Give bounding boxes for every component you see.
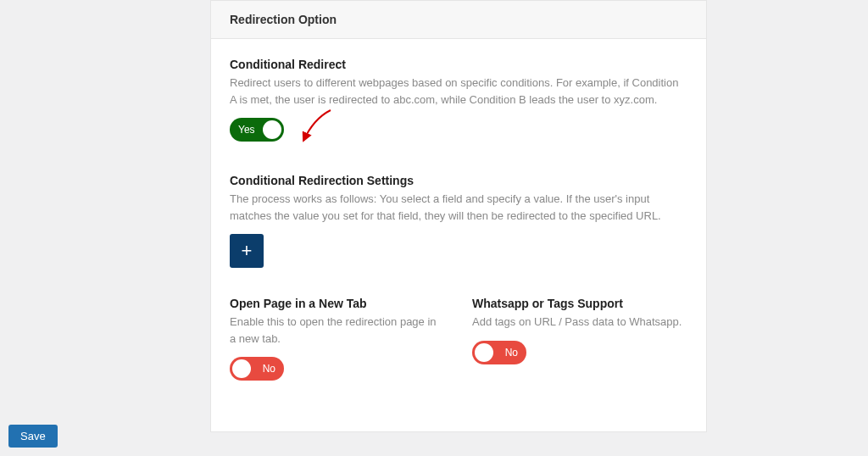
setting-title: Conditional Redirection Settings: [230, 174, 687, 187]
setting-title: Open Page in a New Tab: [230, 297, 445, 310]
setting-desc: Add tags on URL / Pass data to Whatsapp.: [472, 314, 687, 331]
setting-conditional-redirect: Conditional Redirect Redirect users to d…: [230, 58, 687, 145]
save-button-label: Save: [20, 430, 46, 442]
toggle-open-new-tab[interactable]: No: [230, 357, 284, 381]
toggle-whatsapp-tags[interactable]: No: [472, 341, 526, 364]
plus-icon: +: [242, 240, 253, 262]
setting-title: Whatsapp or Tags Support: [472, 297, 687, 310]
section-title: Redirection Option: [230, 13, 337, 26]
setting-desc: Redirect users to different webpages bas…: [230, 75, 687, 108]
setting-title: Conditional Redirect: [230, 58, 687, 71]
setting-desc: Enable this to open the redirection page…: [230, 314, 445, 347]
setting-desc: The process works as follows: You select…: [230, 191, 687, 224]
settings-panel: Redirection Option Conditional Redirect …: [210, 0, 707, 432]
toggle-knob: [475, 343, 493, 362]
toggle-label: Yes: [238, 124, 255, 136]
toggle-label: No: [505, 347, 518, 359]
toggle-knob: [263, 120, 281, 139]
section-header: Redirection Option: [211, 1, 706, 39]
setting-whatsapp-tags: Whatsapp or Tags Support Add tags on URL…: [472, 297, 687, 384]
two-column-row: Open Page in a New Tab Enable this to op…: [230, 297, 687, 413]
save-button[interactable]: Save: [8, 425, 58, 448]
toggle-knob: [232, 359, 251, 378]
toggle-conditional-redirect[interactable]: Yes: [230, 118, 284, 142]
add-condition-button[interactable]: +: [230, 234, 264, 268]
section-content: Conditional Redirect Redirect users to d…: [211, 39, 706, 431]
setting-open-new-tab: Open Page in a New Tab Enable this to op…: [230, 297, 445, 384]
setting-conditional-settings: Conditional Redirection Settings The pro…: [230, 174, 687, 268]
toggle-label: No: [263, 363, 275, 375]
